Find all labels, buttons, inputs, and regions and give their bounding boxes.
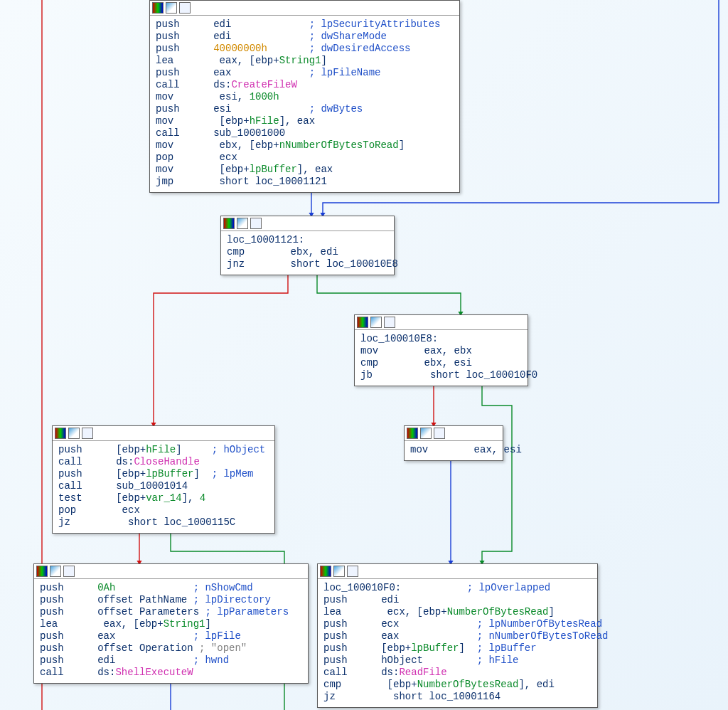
block-toolbar-icon[interactable]: [179, 2, 191, 14]
block-toolbar-icon[interactable]: [55, 428, 66, 439]
block-toolbar-icon[interactable]: [152, 2, 164, 14]
asm-block-b2[interactable]: loc_10001121: cmp ebx, edi jnz short loc…: [220, 216, 395, 275]
block-toolbar-icon[interactable]: [357, 317, 368, 328]
block-titlebar: [53, 426, 274, 441]
block-toolbar-icon[interactable]: [420, 428, 432, 439]
asm-code: loc_100010E8: mov eax, ebx cmp ebx, esi …: [355, 330, 528, 386]
block-toolbar-icon[interactable]: [68, 428, 80, 439]
block-titlebar: [318, 564, 597, 579]
block-toolbar-icon[interactable]: [63, 566, 75, 577]
block-toolbar-icon[interactable]: [347, 566, 358, 577]
block-titlebar: [34, 564, 308, 579]
block-toolbar-icon[interactable]: [166, 2, 177, 14]
asm-block-b5[interactable]: push [ebp+hFile] ; hObject call ds:Close…: [52, 425, 275, 534]
block-toolbar-icon[interactable]: [237, 218, 248, 229]
asm-code: mov eax, esi: [405, 441, 503, 460]
block-toolbar-icon[interactable]: [50, 566, 61, 577]
asm-code: loc_100010F0: ; lpOverlapped push edi le…: [318, 579, 597, 707]
asm-code: push [ebp+hFile] ; hObject call ds:Close…: [53, 441, 274, 533]
asm-block-b3[interactable]: loc_100010E8: mov eax, ebx cmp ebx, esi …: [354, 314, 528, 386]
block-toolbar-icon[interactable]: [250, 218, 262, 229]
asm-block-b1[interactable]: push edi ; lpSecurityAttributes push edi…: [149, 0, 460, 193]
block-toolbar-icon[interactable]: [333, 566, 345, 577]
block-titlebar: [221, 216, 394, 231]
asm-block-b7[interactable]: loc_100010F0: ; lpOverlapped push edi le…: [317, 563, 598, 708]
block-toolbar-icon[interactable]: [370, 317, 382, 328]
block-toolbar-icon[interactable]: [36, 566, 48, 577]
asm-block-b6[interactable]: push 0Ah ; nShowCmd push offset PathName…: [33, 563, 309, 684]
asm-block-b4[interactable]: mov eax, esi: [404, 425, 503, 461]
block-titlebar: [355, 315, 528, 330]
block-toolbar-icon[interactable]: [407, 428, 418, 439]
block-toolbar-icon[interactable]: [434, 428, 445, 439]
block-toolbar-icon[interactable]: [384, 317, 395, 328]
block-toolbar-icon[interactable]: [320, 566, 331, 577]
asm-code: loc_10001121: cmp ebx, edi jnz short loc…: [221, 231, 394, 275]
block-toolbar-icon[interactable]: [223, 218, 235, 229]
block-titlebar: [150, 1, 459, 16]
asm-code: push edi ; lpSecurityAttributes push edi…: [150, 16, 459, 192]
block-toolbar-icon[interactable]: [82, 428, 93, 439]
block-titlebar: [405, 426, 503, 441]
asm-code: push 0Ah ; nShowCmd push offset PathName…: [34, 579, 308, 683]
